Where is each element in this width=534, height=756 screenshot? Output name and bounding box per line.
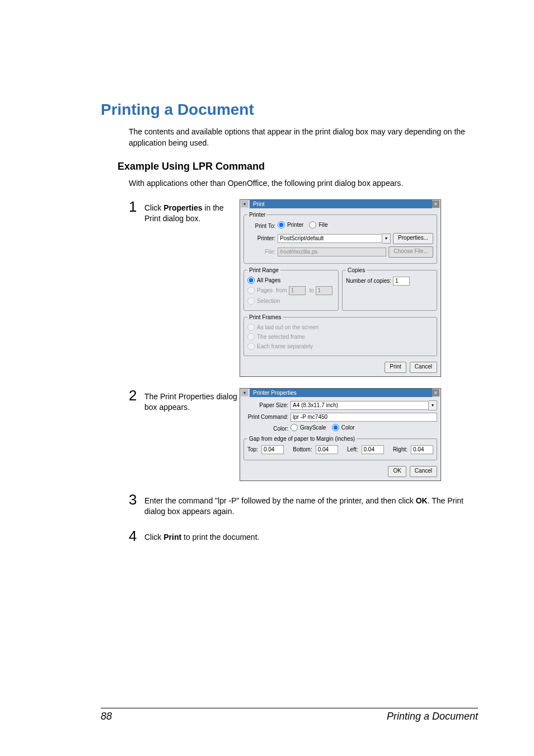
frames-selected-radio: The selected frame [247,333,433,340]
margin-gap-group: Gap from edge of paper to Margin (inches… [243,436,437,460]
step-3-pre: Enter the command "lpr -P" followed by t… [144,496,416,505]
all-pages-label: All Pages [257,277,280,283]
copies-label: Number of copies: [346,278,391,284]
step-1-text: Click Properties in the Print dialog box… [144,199,240,225]
selection-radio: Selection [247,297,335,305]
print-to-printer-label: Printer [287,222,303,228]
frames-as-laid-out-radio: As laid out on the screen [247,324,433,331]
step-1-number: 1 [129,199,139,214]
to-field [316,286,332,295]
step-4-number: 4 [129,529,139,543]
choose-file-button: Choose File... [388,246,433,258]
pages-label: Pages [257,287,273,293]
color-option-label: Color [341,424,355,431]
paper-size-select[interactable] [291,401,429,410]
bottom-margin-field[interactable] [316,445,338,454]
all-pages-radio[interactable]: All Pages [247,277,335,284]
selection-label: Selection [257,298,280,304]
print-to-file-radio[interactable]: File [309,221,327,228]
page-number: 88 [101,711,112,722]
step-2-text: The Print Properties dialog box appears. [144,388,240,413]
rollup-icon[interactable]: ▾ [241,200,248,207]
step-4-pre: Click [144,533,163,542]
from-field [289,286,306,295]
print-dialog-title: Print [250,200,432,208]
print-range-label: Print Range [247,267,280,273]
step-4-post: to print the document. [181,533,259,542]
printer-select[interactable] [278,234,382,243]
step-3-text: Enter the command "lpr -P" followed by t… [144,492,478,517]
frames-opt1-label: As laid out on the screen [257,324,318,330]
right-margin-field[interactable] [411,445,433,454]
grayscale-radio[interactable]: GrayScale [291,424,326,431]
printer-group-label: Printer [247,212,267,218]
close-icon[interactable]: × [432,389,439,396]
section-intro: With applications other than OpenOffice,… [129,178,478,189]
step-1-pre: Click [144,203,163,212]
copies-group-label: Copies [346,267,367,273]
cancel-button[interactable]: Cancel [410,362,437,373]
right-margin-label: Right: [393,446,407,452]
printer-label: Printer: [247,235,275,241]
page-footer: 88 Printing a Document [101,708,478,722]
bottom-margin-label: Bottom: [293,446,312,452]
left-margin-label: Left: [347,446,358,452]
step-4-bold: Print [163,533,181,542]
print-dialog: ▾ Print × Printer Print To: Printer File… [240,199,441,377]
top-margin-label: Top: [247,446,258,452]
intro-text: The contents and available options that … [129,127,478,148]
printer-properties-titlebar[interactable]: ▾ Printer Properties × [240,389,441,397]
print-command-label: Print Command: [243,414,288,420]
frames-opt3-label: Each frame separately [257,343,313,349]
paper-size-label: Paper Size: [243,402,288,408]
print-to-file-label: File [318,222,327,228]
properties-button[interactable]: Properties... [393,233,433,244]
step-1-bold: Properties [163,203,202,212]
step-2-number: 2 [129,388,139,403]
rollup-icon[interactable]: ▾ [241,389,248,396]
chevron-down-icon[interactable]: ▾ [382,234,391,244]
ok-button[interactable]: OK [388,466,406,477]
print-button[interactable]: Print [385,362,406,373]
print-to-label: Print To: [247,223,275,229]
print-command-field[interactable] [291,413,437,422]
margin-gap-label: Gap from edge of paper to Margin (inches… [247,436,357,442]
step-3-bold: OK [416,496,428,505]
frames-each-radio: Each frame separately [247,343,433,350]
color-radio[interactable]: Color [332,424,355,431]
frames-opt2-label: The selected frame [257,334,305,340]
file-label: File: [247,249,275,255]
print-to-printer-radio[interactable]: Printer [278,221,303,228]
left-margin-field[interactable] [362,445,384,454]
step-4-text: Click Print to print the document. [144,529,478,543]
printer-properties-dialog: ▾ Printer Properties × Paper Size: ▾ Pri… [240,388,441,481]
section-heading: Example Using LPR Command [118,161,478,172]
from-label: from [276,287,287,293]
print-range-group: Print Range All Pages Pages from to Sele… [243,267,339,311]
to-label: to [309,287,313,293]
top-margin-field[interactable] [261,445,284,454]
print-frames-group: Print Frames As laid out on the screen T… [243,314,437,356]
footer-title: Printing a Document [387,711,478,722]
printer-group: Printer Print To: Printer File Printer: … [243,212,437,264]
copies-group: Copies Number of copies: [342,267,437,311]
cancel-button[interactable]: Cancel [410,466,437,477]
page-heading: Printing a Document [101,101,478,119]
chevron-down-icon[interactable]: ▾ [429,400,437,410]
copies-field[interactable] [393,277,410,286]
file-field [278,248,386,256]
step-3-number: 3 [129,492,139,507]
color-label: Color: [243,426,288,432]
print-frames-label: Print Frames [247,314,283,320]
close-icon[interactable]: × [432,200,439,208]
grayscale-label: GrayScale [300,424,326,431]
printer-properties-title: Printer Properties [250,389,432,397]
print-dialog-titlebar[interactable]: ▾ Print × [240,200,441,208]
pages-range-radio: Pages from to [247,286,335,295]
